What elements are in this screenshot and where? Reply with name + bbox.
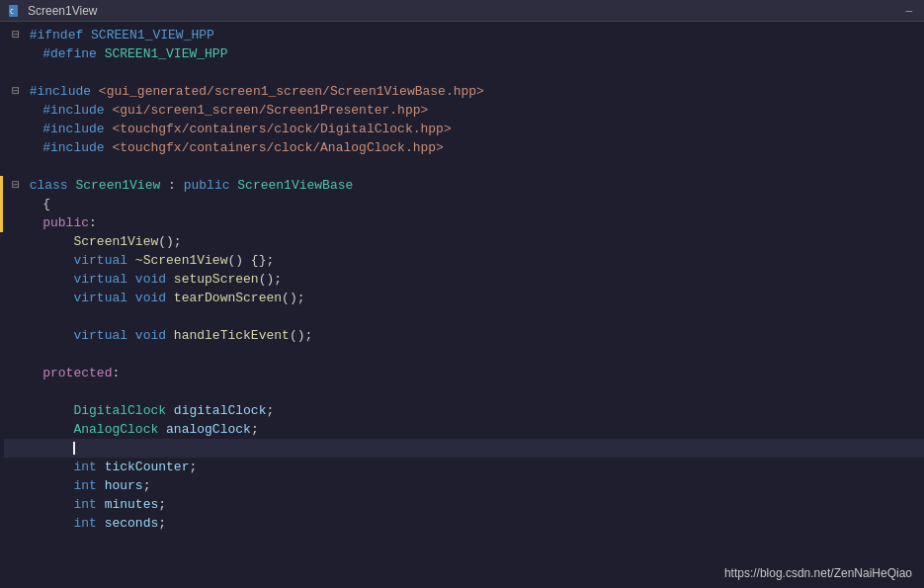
code-line: protected:: [4, 364, 924, 382]
title-bar-text: Screen1View: [28, 4, 98, 18]
code-line: AnalogClock analogClock;: [4, 420, 924, 439]
code-line: #include <touchgfx/containers/clock/Digi…: [4, 120, 924, 138]
code-line: virtual void tearDownScreen();: [4, 289, 924, 307]
code-line: int seconds;: [4, 514, 924, 533]
code-line: [4, 157, 924, 176]
code-line: {: [4, 195, 924, 213]
svg-text:C: C: [10, 8, 14, 16]
code-line: virtual ~Screen1View() {};: [4, 251, 924, 270]
code-line: [4, 533, 924, 551]
code-line: ⊟ #ifndef SCREEN1_VIEW_HPP: [4, 26, 924, 44]
code-line: [4, 382, 924, 401]
code-line: int hours;: [4, 476, 924, 495]
code-line: public:: [4, 213, 924, 232]
code-line: [4, 345, 924, 364]
left-indicator-bar: [0, 176, 3, 232]
code-line: [4, 63, 924, 82]
editor-area: ⊟ #ifndef SCREEN1_VIEW_HPP #define SCREE…: [0, 22, 924, 588]
code-line: ⊟ #include <gui_generated/screen1_screen…: [4, 82, 924, 101]
code-line: int minutes;: [4, 495, 924, 514]
title-bar-controls: —: [901, 3, 916, 18]
code-line: ⊟ class Screen1View : public Screen1View…: [4, 176, 924, 195]
code-line: int tickCounter;: [4, 458, 924, 476]
watermark: https://blog.csdn.net/ZenNaiHeQiao: [724, 566, 912, 580]
code-line: [4, 307, 924, 326]
code-line: virtual void handleTickEvent();: [4, 326, 924, 345]
code-line: DigitalClock digitalClock;: [4, 401, 924, 420]
title-bar: C Screen1View —: [0, 0, 924, 22]
code-lines: ⊟ #ifndef SCREEN1_VIEW_HPP #define SCREE…: [0, 22, 924, 588]
code-line: #include <touchgfx/containers/clock/Anal…: [4, 138, 924, 157]
file-icon: C: [8, 4, 22, 18]
code-line: Screen1View();: [4, 232, 924, 251]
code-line: #define SCREEN1_VIEW_HPP: [4, 44, 924, 63]
code-line: #include <gui/screen1_screen/Screen1Pres…: [4, 101, 924, 120]
code-line: virtual void setupScreen();: [4, 270, 924, 289]
code-line: [4, 439, 924, 458]
